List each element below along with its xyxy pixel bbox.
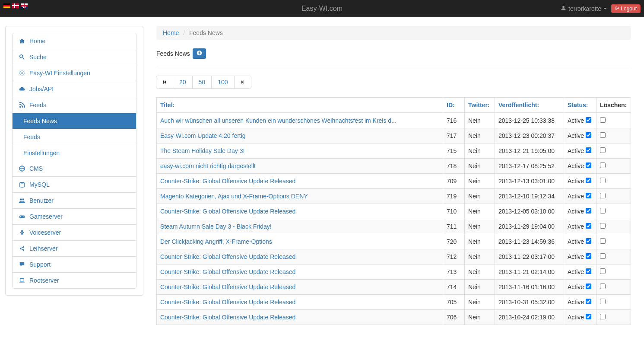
sidebar-item-cms[interactable]: CMS (13, 161, 136, 177)
row-title-link[interactable]: Magento Kategorien, Ajax und X-Frame-Opt… (160, 193, 308, 200)
page-size-100[interactable]: 100 (211, 76, 234, 89)
svg-point-10 (24, 217, 25, 217)
row-active-checkbox[interactable] (586, 314, 591, 319)
breadcrumb-home[interactable]: Home (163, 29, 179, 36)
flag-gb-icon[interactable] (21, 3, 28, 8)
row-active-checkbox[interactable] (586, 238, 591, 244)
row-delete-checkbox[interactable] (600, 238, 606, 244)
user-menu[interactable]: terrorkarotte (561, 5, 607, 12)
cloud-icon (19, 86, 26, 92)
sidebar-item-voiceserver[interactable]: Voiceserver (13, 225, 136, 241)
row-status: Active (564, 234, 596, 249)
row-title-link[interactable]: Counter-Strike: Global Offensive Update … (160, 284, 295, 290)
row-title-link[interactable]: Counter-Strike: Global Offensive Update … (160, 268, 295, 275)
header-id[interactable]: ID: (447, 102, 455, 108)
header-title[interactable]: Titel: (160, 102, 174, 108)
sidebar-item-home[interactable]: Home (13, 33, 136, 49)
header-published[interactable]: Veröffentlicht: (498, 102, 539, 108)
page-size-20[interactable]: 20 (173, 76, 193, 89)
row-delete-checkbox[interactable] (600, 208, 606, 213)
page-size-50[interactable]: 50 (192, 76, 212, 89)
row-status: Active (564, 264, 596, 280)
svg-rect-15 (20, 279, 24, 281)
row-active-checkbox[interactable] (586, 162, 591, 168)
submenu-item-label: Feeds News (23, 118, 57, 124)
row-delete-checkbox[interactable] (600, 193, 606, 198)
row-id: 706 (443, 310, 465, 325)
row-active-checkbox[interactable] (586, 253, 591, 259)
table-row: Magento Kategorien, Ajax und X-Frame-Opt… (157, 189, 631, 204)
sidebar-item-rootserver[interactable]: Rootserver (13, 273, 136, 288)
sidebar-item-mysql[interactable]: MySQL (13, 177, 136, 193)
row-status: Active (564, 113, 596, 128)
laptop-icon (19, 277, 26, 284)
row-twitter: Nein (465, 204, 495, 219)
row-active-checkbox[interactable] (586, 193, 591, 198)
row-title-link[interactable]: Der Clickjacking Angriff, X-Frame-Option… (160, 238, 272, 245)
sidebar-item-leihserver[interactable]: Leihserver (13, 241, 136, 257)
row-delete-checkbox[interactable] (600, 117, 606, 123)
page-first[interactable] (156, 76, 173, 89)
logout-button[interactable]: Logout (611, 4, 641, 13)
sidebar-item-gameserver[interactable]: Gameserver (13, 209, 136, 225)
header-twitter[interactable]: Twitter: (468, 102, 490, 108)
row-active-checkbox[interactable] (586, 223, 591, 229)
row-id: 719 (443, 189, 465, 204)
cogs-icon (19, 70, 26, 76)
row-active-checkbox[interactable] (586, 147, 591, 153)
row-active-checkbox[interactable] (586, 178, 591, 183)
header-status[interactable]: Status: (568, 102, 588, 108)
sidebar-item-support[interactable]: Support (13, 257, 136, 273)
table-row: Counter-Strike: Global Offensive Update … (157, 174, 631, 189)
row-title-link[interactable]: Counter-Strike: Global Offensive Update … (160, 253, 295, 260)
row-title-link[interactable]: The Steam Holiday Sale Day 3! (160, 147, 244, 154)
row-status: Active (564, 295, 596, 310)
row-delete-checkbox[interactable] (600, 147, 606, 153)
table-row: The Steam Holiday Sale Day 3!715Nein2013… (157, 143, 631, 159)
row-title-link[interactable]: Counter-Strike: Global Offensive Update … (160, 314, 295, 321)
row-active-checkbox[interactable] (586, 208, 591, 213)
row-active-checkbox[interactable] (586, 284, 591, 289)
add-button[interactable] (193, 48, 206, 59)
row-title-link[interactable]: Counter-Strike: Global Offensive Update … (160, 208, 295, 215)
row-delete-checkbox[interactable] (600, 284, 606, 289)
row-status: Active (564, 143, 596, 159)
sidebar-item-jobs-api[interactable]: Jobs/API (13, 81, 136, 97)
submenu-item-feeds-news[interactable]: Feeds News (13, 113, 136, 129)
row-delete-checkbox[interactable] (600, 162, 606, 168)
page-last[interactable] (234, 76, 251, 89)
row-active-checkbox[interactable] (586, 117, 591, 123)
row-title-link[interactable]: easy-wi.com nicht richtig dargestellt (160, 162, 256, 169)
row-title-link[interactable]: Counter-Strike: Global Offensive Update … (160, 178, 295, 185)
navbar-brand[interactable]: Easy-WI.com (301, 0, 343, 17)
breadcrumb-separator: / (183, 29, 185, 36)
row-title-link[interactable]: Easy-Wi.com Update 4.20 fertig (160, 132, 246, 139)
row-title-link[interactable]: Steam Autumn Sale Day 3 - Black Friday! (160, 223, 272, 230)
sidebar-item-label: Feeds (29, 102, 46, 108)
row-title-link[interactable]: Auch wir wünschen all unseren Kunden ein… (160, 117, 397, 124)
sidebar-item-feeds[interactable]: Feeds (13, 97, 136, 113)
submenu-item-feeds[interactable]: Feeds (13, 129, 136, 145)
flag-dk-icon[interactable] (12, 3, 19, 8)
submenu-item-einstellungen[interactable]: Einstellungen (13, 145, 136, 161)
sidebar-item-benutzer[interactable]: Benutzer (13, 193, 136, 209)
row-delete-checkbox[interactable] (600, 178, 606, 183)
sidebar-item-suche[interactable]: Suche (13, 49, 136, 65)
sidebar-item-easy-wi-einstellungen[interactable]: Easy-WI Einstellungen (13, 65, 136, 81)
row-delete-checkbox[interactable] (600, 299, 606, 304)
row-active-checkbox[interactable] (586, 132, 591, 138)
row-twitter: Nein (465, 280, 495, 295)
row-active-checkbox[interactable] (586, 268, 591, 274)
row-delete-checkbox[interactable] (600, 314, 606, 319)
table-row: Auch wir wünschen all unseren Kunden ein… (157, 113, 631, 128)
sidebar-item-label: Rootserver (29, 277, 59, 284)
row-delete-checkbox[interactable] (600, 268, 606, 274)
row-active-checkbox[interactable] (586, 299, 591, 304)
row-title-link[interactable]: Counter-Strike: Global Offensive Update … (160, 299, 295, 306)
row-delete-checkbox[interactable] (600, 132, 606, 138)
row-delete-checkbox[interactable] (600, 223, 606, 229)
table-row: Counter-Strike: Global Offensive Update … (157, 204, 631, 219)
search-icon (19, 54, 26, 60)
flag-de-icon[interactable] (3, 3, 10, 8)
row-delete-checkbox[interactable] (600, 253, 606, 259)
